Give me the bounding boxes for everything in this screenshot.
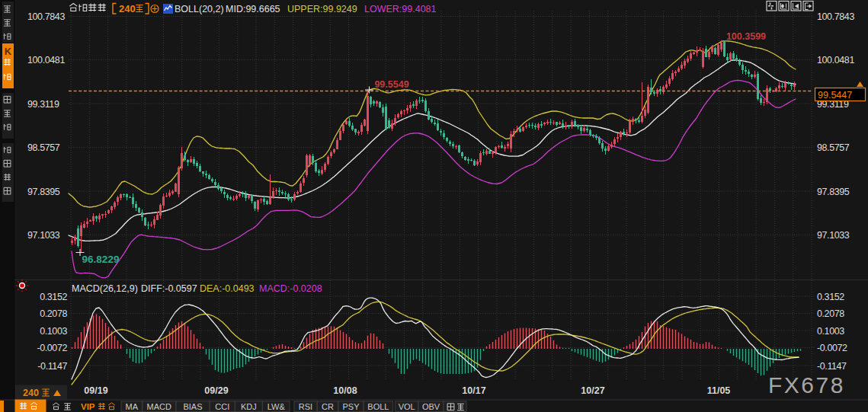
svg-text:MACD: MACD <box>147 402 171 411</box>
svg-text:09/29: 09/29 <box>204 385 228 396</box>
svg-text:10/27: 10/27 <box>581 385 604 396</box>
svg-text:100.7843: 100.7843 <box>27 11 65 22</box>
svg-text:240: 240 <box>119 3 136 14</box>
svg-text:MID:99.6665: MID:99.6665 <box>226 4 280 14</box>
svg-text:KDJ: KDJ <box>241 402 257 411</box>
svg-text:96.8229: 96.8229 <box>82 254 120 265</box>
svg-text:09/19: 09/19 <box>84 385 107 396</box>
svg-text:MACD:-0.0208: MACD:-0.0208 <box>259 283 322 294</box>
svg-text:FX678: FX678 <box>768 372 845 398</box>
svg-text:0.1003: 0.1003 <box>40 326 67 337</box>
svg-text:BOLL: BOLL <box>367 402 389 411</box>
svg-text:-0.0072: -0.0072 <box>37 343 67 353</box>
svg-text:99.3119: 99.3119 <box>27 99 59 110</box>
svg-text:98.5757: 98.5757 <box>817 142 850 153</box>
svg-text:0.3152: 0.3152 <box>817 292 844 302</box>
svg-text:-0.0072: -0.0072 <box>817 343 847 353</box>
svg-text:PSY: PSY <box>342 402 360 411</box>
svg-text:100.7843: 100.7843 <box>817 11 854 22</box>
svg-text:CR: CR <box>322 402 334 411</box>
svg-text:DEA:-0.0493: DEA:-0.0493 <box>200 283 255 294</box>
svg-text:VOL: VOL <box>399 402 415 411</box>
svg-text:97.8395: 97.8395 <box>817 187 850 197</box>
svg-text:11/05: 11/05 <box>707 385 731 396</box>
svg-text:0.1003: 0.1003 <box>817 326 844 337</box>
svg-text:K: K <box>5 46 12 57</box>
svg-text:100.0481: 100.0481 <box>27 55 65 65</box>
svg-text:LOWER:99.4081: LOWER:99.4081 <box>364 4 437 14</box>
svg-text:97.1033: 97.1033 <box>27 230 60 241</box>
svg-text:10/08: 10/08 <box>333 385 357 396</box>
svg-text:100.0481: 100.0481 <box>817 55 854 65</box>
svg-text:97.1033: 97.1033 <box>817 230 850 241</box>
svg-text:DIFF:-0.0597: DIFF:-0.0597 <box>141 283 197 294</box>
svg-text:-0.1147: -0.1147 <box>37 361 67 372</box>
svg-text:0.2078: 0.2078 <box>40 308 67 319</box>
svg-text:99.5447: 99.5447 <box>818 90 852 101</box>
svg-text:BOLL(20,2): BOLL(20,2) <box>175 4 224 14</box>
svg-text:MA: MA <box>126 402 139 411</box>
svg-text:OBV: OBV <box>422 402 440 411</box>
svg-text:RSI: RSI <box>299 402 312 411</box>
svg-text:LW&: LW& <box>267 402 286 411</box>
svg-text:100.3599: 100.3599 <box>726 31 766 42</box>
svg-text:VIP: VIP <box>81 402 95 411</box>
svg-text:-0.1147: -0.1147 <box>817 361 847 372</box>
svg-text:0.3152: 0.3152 <box>40 292 67 302</box>
svg-text:99.5549: 99.5549 <box>374 79 408 90</box>
svg-text:10/17: 10/17 <box>462 385 485 396</box>
svg-text:UPPER:99.9249: UPPER:99.9249 <box>287 4 357 14</box>
svg-text:BIAS: BIAS <box>183 402 202 411</box>
svg-text:98.5757: 98.5757 <box>27 142 60 153</box>
svg-text:240: 240 <box>23 388 39 398</box>
svg-text:CCI: CCI <box>215 402 229 411</box>
svg-text:MACD(26,12,9): MACD(26,12,9) <box>72 283 138 294</box>
svg-text:0.2078: 0.2078 <box>817 308 844 319</box>
svg-text:97.8395: 97.8395 <box>27 187 60 197</box>
